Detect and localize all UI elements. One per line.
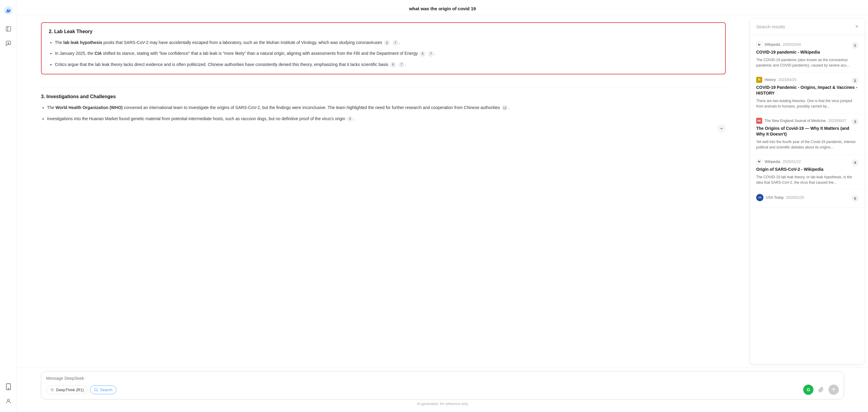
source-date: 2025/01/22 xyxy=(783,160,801,164)
result-meta-row: W Wikipedia 2025/01/22 4 xyxy=(756,159,858,167)
cite-6c[interactable]: 6 xyxy=(390,62,396,68)
svg-point-1 xyxy=(8,9,9,10)
cite-4[interactable]: 4 xyxy=(347,116,353,122)
bullet-item: In January 2025, the CIA shifted its sta… xyxy=(55,50,718,57)
sidebar-panel-toggle[interactable] xyxy=(2,23,14,35)
deep-think-button[interactable]: DeepThink (R1) xyxy=(46,385,88,394)
result-meta: US USA Today 2025/01/25 xyxy=(756,194,804,201)
search-result-3[interactable]: NE The New England Journal of Medicine 2… xyxy=(750,113,864,154)
input-box: DeepThink (R1) Search G xyxy=(41,371,844,399)
sidebar xyxy=(0,0,17,412)
grammarly-icon[interactable]: G xyxy=(803,385,813,395)
result-meta-row: NE The New England Journal of Medicine 2… xyxy=(756,118,858,126)
collapse-button[interactable] xyxy=(717,125,726,133)
section-divider xyxy=(41,88,726,88)
nejm-icon: NE xyxy=(756,118,762,124)
app-logo[interactable] xyxy=(3,5,14,16)
svg-point-7 xyxy=(8,388,9,389)
result-badge: 3 xyxy=(852,118,858,125)
send-button[interactable] xyxy=(829,385,839,395)
cite-7[interactable]: 7 xyxy=(393,40,398,46)
chat-title: what was the origin of covid 19 xyxy=(409,6,476,11)
cite-7b[interactable]: 7 xyxy=(428,51,434,57)
svg-point-9 xyxy=(51,389,53,390)
sidebar-new-chat[interactable] xyxy=(2,37,14,49)
result-title: COVID-19 pandemic - Wikipedia xyxy=(756,49,858,56)
bold-who: World Health Organization (WHO) xyxy=(56,105,123,110)
footer-note: AI-generated, for reference only xyxy=(41,402,844,406)
result-meta: NE The New England Journal of Medicine 2… xyxy=(756,118,846,124)
result-snippet: Yet well into the fourth year of the Cov… xyxy=(756,139,858,150)
source-name: Wikipedia xyxy=(765,160,780,164)
source-name: The New England Journal of Medicine xyxy=(765,119,826,123)
result-meta: H History 2023/04/25 xyxy=(756,77,796,83)
cite-7c[interactable]: 7 xyxy=(398,62,404,68)
input-toolbar: DeepThink (R1) Search G xyxy=(46,385,839,395)
search-panel-header: Search results × xyxy=(750,19,864,35)
source-name: Wikipedia xyxy=(765,42,780,47)
result-badge: 4 xyxy=(852,159,858,166)
search-button[interactable]: Search xyxy=(90,385,116,394)
cite-6[interactable]: 6 xyxy=(384,40,390,46)
close-search-panel-button[interactable]: × xyxy=(855,24,858,30)
input-left-buttons: DeepThink (R1) Search xyxy=(46,385,116,394)
history-icon: H xyxy=(756,77,762,83)
svg-line-13 xyxy=(53,391,54,391)
sidebar-bottom-area xyxy=(2,381,14,407)
source-date: 2023/06/07 xyxy=(828,119,846,123)
bold-cia: CIA xyxy=(95,51,102,56)
sidebar-profile[interactable] xyxy=(2,395,14,407)
source-name: History xyxy=(765,78,776,82)
result-meta-row: W Wikipedia 2025/02/04 1 xyxy=(756,41,858,49)
result-badge: 2 xyxy=(852,77,858,84)
search-results-list: W Wikipedia 2025/02/04 1 COVID-19 pandem… xyxy=(750,35,864,364)
content-wrapper: 2. Lab Leak Theory The lab leak hypothes… xyxy=(17,15,868,368)
result-badge: 5 xyxy=(852,195,858,202)
result-title: The Origins of Covid-19 — Why It Matters… xyxy=(756,126,858,137)
search-result-2[interactable]: H History 2023/04/25 2 COVID-19 Pandemic… xyxy=(750,73,864,113)
deep-think-label: DeepThink (R1) xyxy=(56,388,84,392)
cite-12[interactable]: 12 xyxy=(502,105,508,111)
section3-title: 3. Investigations and Challenges xyxy=(41,94,726,99)
result-meta-row: US USA Today 2025/01/25 5 xyxy=(756,194,858,203)
bullet-item: Critics argue that the lab leak theory l… xyxy=(55,61,718,68)
source-name: USA Today xyxy=(766,196,784,200)
bullet-item: The World Health Organization (WHO) conv… xyxy=(47,104,726,111)
source-date: 2025/02/04 xyxy=(783,42,801,47)
collapse-button-area xyxy=(41,125,726,133)
section-lab-leak: 2. Lab Leak Theory The lab leak hypothes… xyxy=(41,22,726,74)
search-result-5[interactable]: US USA Today 2025/01/25 5 xyxy=(750,190,864,207)
result-meta-row: H History 2023/04/25 2 xyxy=(756,77,858,84)
result-title: Origin of SARS-CoV-2 - Wikipedia xyxy=(756,167,858,173)
result-snippet: There are two leading theories. One is t… xyxy=(756,98,858,109)
cite-6b[interactable]: 6 xyxy=(420,51,426,57)
svg-line-12 xyxy=(51,388,51,388)
result-snippet: The COVID-19 pandemic (also known as the… xyxy=(756,57,858,68)
attach-button[interactable] xyxy=(816,385,826,395)
input-area: DeepThink (R1) Search G xyxy=(17,368,868,412)
search-panel-title: Search results xyxy=(756,24,785,29)
section-investigations: 3. Investigations and Challenges The Wor… xyxy=(41,94,726,133)
result-snippet: The COVID-19 lab leak theory, or lab lea… xyxy=(756,174,858,185)
result-badge: 1 xyxy=(852,42,858,49)
chat-area: 2. Lab Leak Theory The lab leak hypothes… xyxy=(17,15,750,368)
search-result-1[interactable]: W Wikipedia 2025/02/04 1 COVID-19 pandem… xyxy=(750,37,864,73)
result-meta: W Wikipedia 2025/01/22 xyxy=(756,159,801,165)
section2-title: 2. Lab Leak Theory xyxy=(49,29,718,34)
search-result-4[interactable]: W Wikipedia 2025/01/22 4 Origin of SARS-… xyxy=(750,154,864,190)
wikipedia-icon: W xyxy=(756,159,762,165)
svg-point-8 xyxy=(7,399,9,401)
section2-bullets: The lab leak hypothesis posits that SARS… xyxy=(49,39,718,68)
bullet-item: Investigations into the Huanan Market fo… xyxy=(47,115,726,122)
wikipedia-icon: W xyxy=(756,41,762,47)
svg-rect-2 xyxy=(6,27,10,31)
chat-header: what was the origin of covid 19 xyxy=(17,0,868,15)
result-meta: W Wikipedia 2025/02/04 xyxy=(756,41,801,47)
message-input[interactable] xyxy=(46,376,839,381)
bullet-item: The lab leak hypothesis posits that SARS… xyxy=(55,39,718,46)
main-area: what was the origin of covid 19 2. Lab L… xyxy=(17,0,868,412)
sidebar-mobile[interactable] xyxy=(2,381,14,393)
search-label: Search xyxy=(100,388,113,392)
search-results-panel: Search results × W Wikipedia 2025/02/04 … xyxy=(750,19,864,364)
input-right-buttons: G xyxy=(803,385,839,395)
